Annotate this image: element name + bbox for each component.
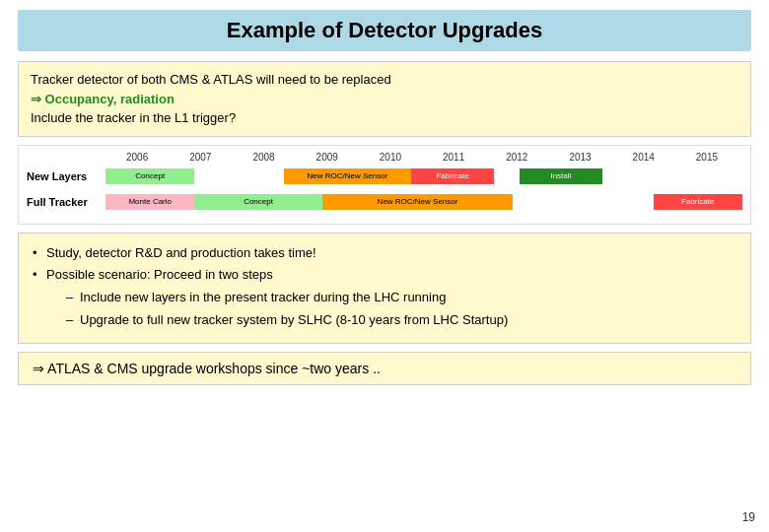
year-2012: 2012 bbox=[485, 152, 548, 163]
year-2014: 2014 bbox=[612, 152, 675, 163]
new-layers-label: New Layers bbox=[27, 170, 105, 182]
bar-fabricate-nl: Fabricate bbox=[411, 168, 494, 184]
bar-newroc-nl: New ROC/New Sensor bbox=[284, 168, 411, 184]
bar-install-nl: Install bbox=[520, 168, 602, 184]
year-2007: 2007 bbox=[169, 152, 232, 163]
year-2011: 2011 bbox=[422, 152, 485, 163]
bar-mc-ft: Monte Carlo bbox=[105, 194, 194, 210]
slide-container: Example of Detector Upgrades Tracker det… bbox=[0, 0, 769, 532]
full-tracker-bars: Monte Carlo Concept New ROC/New Sensor F… bbox=[105, 193, 742, 211]
sub-bullet-1: Include new layers in the present tracke… bbox=[66, 288, 736, 308]
top-line3: Include the tracker in the L1 trigger? bbox=[31, 110, 236, 125]
top-line1: Tracker detector of both CMS & ATLAS wil… bbox=[31, 72, 391, 87]
timeline-header: 2006 2007 2008 2009 2010 2011 2012 2013 … bbox=[27, 152, 742, 163]
top-line2: ⇒ Occupancy, radiation bbox=[31, 92, 175, 106]
new-layers-bars: Concept New ROC/New Sensor Fabricate Ins… bbox=[105, 167, 742, 185]
full-tracker-label: Full Tracker bbox=[27, 196, 105, 208]
conclusion-text: ⇒ ATLAS & CMS upgrade workshops since ~t… bbox=[33, 361, 381, 376]
year-2009: 2009 bbox=[296, 152, 359, 163]
year-2015: 2015 bbox=[675, 152, 738, 163]
year-2008: 2008 bbox=[232, 152, 295, 163]
bar-concept-nl: Concept bbox=[105, 168, 194, 184]
bullets-box: Study, detector R&D and production takes… bbox=[18, 233, 751, 344]
year-2006: 2006 bbox=[105, 152, 169, 163]
page-number: 19 bbox=[742, 510, 755, 524]
top-info-box: Tracker detector of both CMS & ATLAS wil… bbox=[18, 61, 751, 137]
bar-newroc-ft: New ROC/New Sensor bbox=[322, 194, 514, 210]
bullet-1: Study, detector R&D and production takes… bbox=[33, 243, 736, 264]
year-2010: 2010 bbox=[359, 152, 422, 163]
timeline-section: 2006 2007 2008 2009 2010 2011 2012 2013 … bbox=[18, 145, 751, 225]
timeline-row-full-tracker: Full Tracker Monte Carlo Concept New ROC… bbox=[27, 192, 742, 212]
sub-bullet-2: Upgrade to full new tracker system by SL… bbox=[66, 310, 736, 331]
slide-title: Example of Detector Upgrades bbox=[18, 10, 751, 51]
bullet-2: Possible scenario: Proceed in two steps … bbox=[33, 265, 736, 330]
bar-fabricate-ft: Fabricate bbox=[654, 194, 742, 210]
conclusion-box: ⇒ ATLAS & CMS upgrade workshops since ~t… bbox=[18, 352, 751, 385]
year-2013: 2013 bbox=[548, 152, 611, 163]
bar-concept-ft: Concept bbox=[194, 194, 321, 210]
timeline-row-new-layers: New Layers Concept New ROC/New Sensor Fa… bbox=[27, 166, 742, 186]
